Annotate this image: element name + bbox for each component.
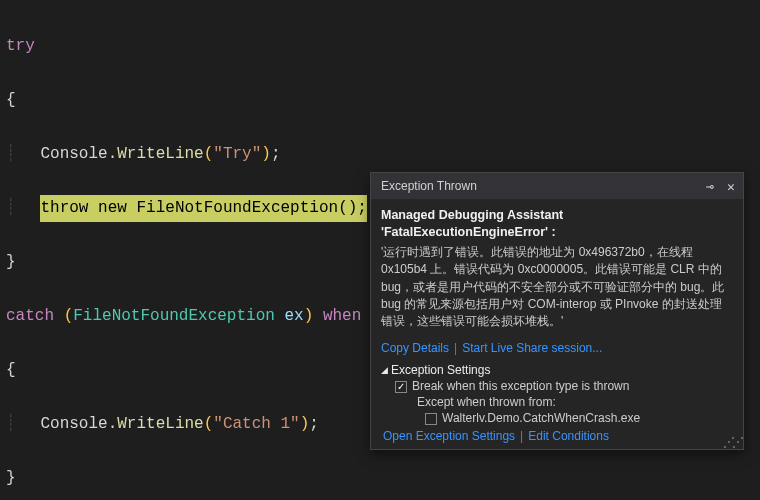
close-icon[interactable]: ✕ — [723, 178, 739, 194]
resize-grip-icon[interactable]: ⋰⋰ — [723, 435, 741, 449]
start-liveshare-link[interactable]: Start Live Share session... — [462, 341, 602, 355]
popup-body: Managed Debugging Assistant 'FatalExecut… — [371, 199, 743, 449]
code-line: ┊ Console.WriteLine("Try"); — [6, 141, 760, 168]
edit-conditions-link[interactable]: Edit Conditions — [528, 429, 609, 443]
brace-open: { — [6, 91, 16, 109]
exception-settings-header[interactable]: ◢Exception Settings — [381, 363, 733, 377]
break-checkbox[interactable]: ✓ — [395, 381, 407, 393]
exception-message-title: Managed Debugging Assistant 'FatalExecut… — [381, 207, 733, 241]
expand-triangle-icon: ◢ — [381, 365, 388, 375]
popup-titlebar[interactable]: Exception Thrown ⊸ ✕ — [371, 173, 743, 199]
except-item-checkbox[interactable] — [425, 413, 437, 425]
popup-title: Exception Thrown — [381, 179, 702, 193]
keyword-try: try — [6, 37, 35, 55]
open-exception-settings-link[interactable]: Open Exception Settings — [383, 429, 515, 443]
break-checkbox-label: Break when this exception type is thrown — [412, 379, 629, 393]
exception-message-body: '运行时遇到了错误。此错误的地址为 0x496372b0，在线程 0x105b4… — [381, 244, 733, 331]
code-line: } — [6, 465, 760, 492]
except-item-label: Walterlv.Demo.CatchWhenCrash.exe — [442, 411, 640, 425]
code-line: try — [6, 33, 760, 60]
except-when-label: Except when thrown from: — [381, 395, 733, 409]
code-line: { — [6, 87, 760, 114]
exception-popup: Exception Thrown ⊸ ✕ Managed Debugging A… — [370, 172, 744, 450]
copy-details-link[interactable]: Copy Details — [381, 341, 449, 355]
pin-icon[interactable]: ⊸ — [702, 178, 718, 194]
